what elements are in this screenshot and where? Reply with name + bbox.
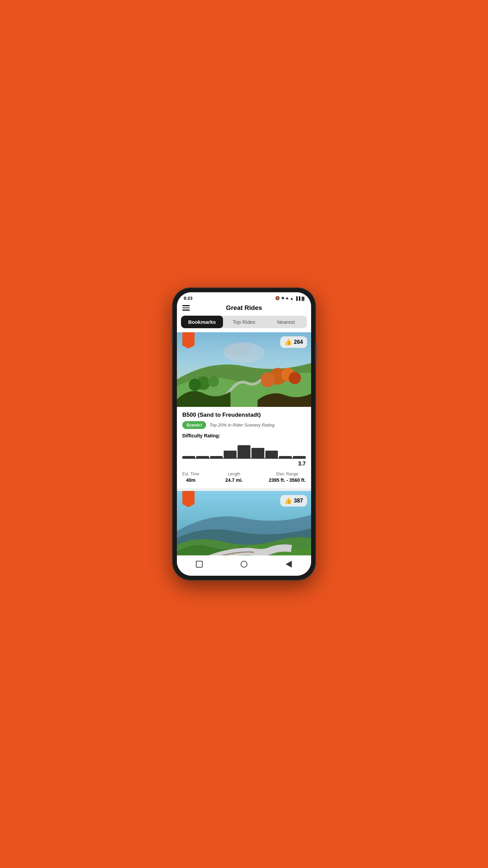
svg-point-8 — [189, 379, 201, 391]
ride-card-2[interactable]: 👍 387 — [177, 491, 311, 555]
like-count-2: 387 — [294, 498, 303, 504]
nav-home-button[interactable] — [239, 559, 249, 569]
stat-elev: Elev. Range 2395 ft. - 3560 ft. — [269, 472, 306, 483]
difficulty-chart-1 — [182, 442, 306, 459]
wifi-icon: ▲ — [290, 296, 293, 300]
svg-point-2 — [224, 342, 251, 356]
nav-back-button[interactable] — [284, 559, 293, 569]
thumbs-up-icon-1: 👍 — [284, 338, 292, 346]
menu-button[interactable] — [182, 305, 190, 311]
back-icon — [286, 561, 292, 568]
status-time: 9:23 — [184, 296, 192, 301]
ride-tags-1: Scenic! Top 20% in Rider Scenery Rating — [182, 421, 306, 429]
bookmark-flag-1[interactable] — [182, 332, 195, 349]
phone-device: 9:23 🔕 ✱ ◈ ▲ ▐▐ ▓ Great Rides Bookmarks — [173, 288, 315, 580]
ride-image-container-2: 👍 387 — [177, 491, 311, 555]
page-title: Great Rides — [190, 304, 298, 312]
thumbs-up-icon-2: 👍 — [284, 497, 292, 505]
bell-mute-icon: 🔕 — [275, 296, 280, 300]
stat-est-time: Est. Time 40m — [182, 472, 199, 483]
android-nav-bar — [177, 555, 311, 576]
status-bar: 9:23 🔕 ✱ ◈ ▲ ▐▐ ▓ — [177, 292, 311, 302]
stats-row-1: Est. Time 40m Length 24.7 mi. Elev. Rang… — [182, 472, 306, 483]
like-badge-1[interactable]: 👍 264 — [280, 336, 307, 348]
battery-icon: ▓ — [302, 296, 304, 300]
bar-5 — [238, 445, 250, 459]
bookmark-flag-2[interactable] — [182, 491, 195, 507]
est-time-label: Est. Time — [182, 472, 199, 476]
ride-info-1: B500 (Sand to Freudenstadt) Scenic! Top … — [177, 407, 311, 488]
tab-bar: Bookmarks Top Rides Nearest — [181, 316, 307, 328]
like-badge-2[interactable]: 👍 387 — [280, 495, 307, 507]
location-icon: ◈ — [286, 296, 288, 300]
circle-icon — [241, 561, 247, 568]
ride-card-1[interactable]: 👍 264 B500 (Sand to Freudenstadt) Scenic… — [177, 332, 311, 488]
bar-4 — [224, 451, 237, 459]
elev-value: 2395 ft. - 3560 ft. — [269, 477, 306, 483]
difficulty-score-row: 3.7 — [182, 461, 306, 467]
svg-point-9 — [208, 376, 219, 387]
difficulty-score-value: 3.7 — [298, 461, 306, 467]
like-count-1: 264 — [294, 339, 303, 345]
length-label: Length — [225, 472, 243, 476]
phone-screen: 9:23 🔕 ✱ ◈ ▲ ▐▐ ▓ Great Rides Bookmarks — [177, 292, 311, 576]
bar-6 — [251, 448, 264, 459]
ride-image-container-1: 👍 264 — [177, 332, 311, 407]
header: Great Rides — [177, 302, 311, 316]
chart-baseline — [182, 458, 306, 459]
nav-recents-button[interactable] — [195, 559, 204, 569]
square-icon — [196, 561, 203, 568]
scenic-tag-1: Scenic! — [182, 421, 206, 429]
tab-top-rides[interactable]: Top Rides — [223, 316, 265, 328]
ride-title-1: B500 (Sand to Freudenstadt) — [182, 412, 306, 418]
scenic-desc-1: Top 20% in Rider Scenery Rating — [209, 422, 274, 428]
elev-label: Elev. Range — [269, 472, 306, 476]
status-icons: 🔕 ✱ ◈ ▲ ▐▐ ▓ — [275, 296, 304, 300]
difficulty-label-1: Difficulty Rating: — [182, 433, 306, 438]
tab-nearest[interactable]: Nearest — [265, 316, 307, 328]
length-value: 24.7 mi. — [225, 477, 243, 483]
content-area: 👍 264 B500 (Sand to Freudenstadt) Scenic… — [177, 332, 311, 555]
est-time-value: 40m — [182, 477, 199, 483]
tab-bookmarks[interactable]: Bookmarks — [181, 316, 223, 328]
bluetooth-icon: ✱ — [281, 296, 284, 300]
signal-icon: ▐▐ — [295, 296, 300, 300]
svg-point-5 — [289, 372, 301, 384]
stat-length: Length 24.7 mi. — [225, 472, 243, 483]
svg-point-6 — [260, 372, 275, 387]
bar-7 — [265, 451, 278, 459]
